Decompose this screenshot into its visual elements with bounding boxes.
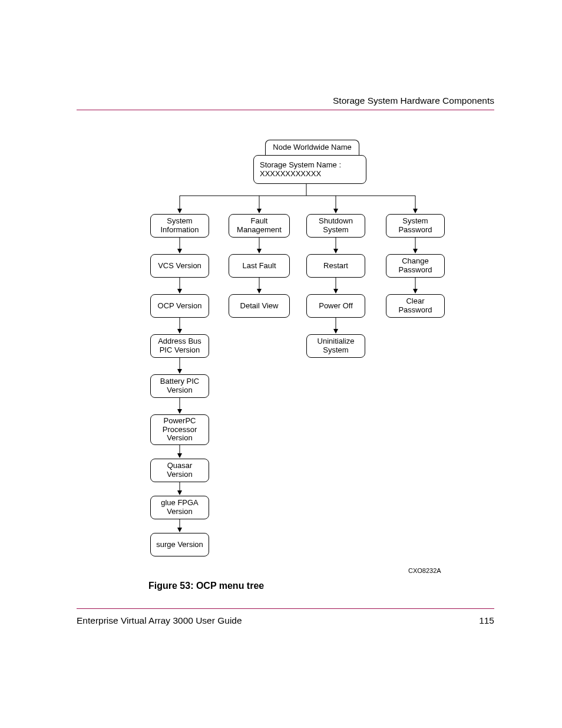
node-worldwide-name-tab: Node Worldwide Name	[265, 140, 359, 155]
footer-book-title: Enterprise Virtual Array 3000 User Guide	[77, 615, 242, 626]
box-address-bus-pic-version: Address Bus PIC Version	[150, 334, 209, 358]
box-glue-fpga-version: glue FPGA Version	[150, 496, 209, 519]
box-clear-password: Clear Password	[386, 294, 445, 318]
box-ocp-version: OCP Version	[150, 294, 209, 318]
box-powerpc-processor-version: PowerPC Processor Version	[150, 414, 209, 445]
box-restart: Restart	[306, 254, 365, 278]
box-vcs-version: VCS Version	[150, 254, 209, 278]
storage-system-name-box: Storage System Name : XXXXXXXXXXXX	[253, 155, 366, 184]
box-surge-version: surge Version	[150, 533, 209, 556]
box-quasar-version: Quasar Version	[150, 459, 209, 482]
col-head-system-information: System Information	[150, 214, 209, 238]
box-detail-view: Detail View	[229, 294, 290, 318]
ocp-menu-tree-diagram: Node Worldwide Name Storage System Name …	[150, 140, 457, 567]
section-header: Storage System Hardware Components	[333, 95, 494, 106]
box-last-fault: Last Fault	[229, 254, 290, 278]
box-change-password: Change Password	[386, 254, 445, 278]
box-battery-pic-version: Battery PIC Version	[150, 374, 209, 398]
page-number: 115	[479, 615, 494, 626]
col-head-fault-management: Fault Management	[229, 214, 290, 238]
footer-rule	[77, 608, 494, 609]
box-uninitialize-system: Uninitialize System	[306, 334, 365, 358]
figure-caption: Figure 53: OCP menu tree	[148, 581, 264, 591]
col-head-shutdown-system: Shutdown System	[306, 214, 365, 238]
box-power-off: Power Off	[306, 294, 365, 318]
figure-id: CXO8232A	[408, 567, 441, 574]
col-head-system-password: System Password	[386, 214, 445, 238]
header-rule	[77, 110, 494, 110]
